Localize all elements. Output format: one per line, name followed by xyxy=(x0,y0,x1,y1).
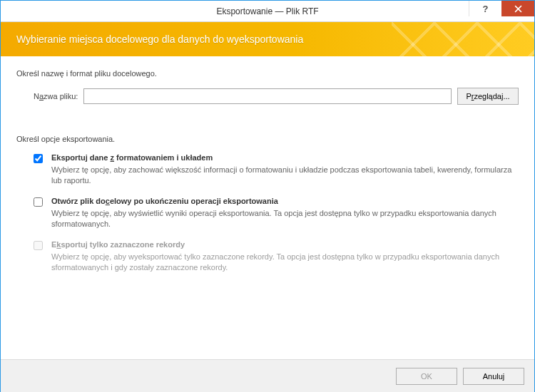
browse-button[interactable]: Przeglądaj... xyxy=(457,88,519,105)
titlebar-buttons: ? xyxy=(469,1,534,22)
section-label-options: Określ opcje eksportowania. xyxy=(16,135,519,143)
file-name-input[interactable] xyxy=(83,88,452,104)
close-icon xyxy=(514,5,522,13)
close-button[interactable] xyxy=(501,1,534,16)
option-title: Eksportuj dane z formatowaniem i układem xyxy=(51,153,519,162)
export-options: Eksportuj dane z formatowaniem i układem… xyxy=(16,153,519,273)
option-open-after-export: Otwórz plik docelowy po ukończeniu opera… xyxy=(34,197,519,230)
option-desc: Wybierz tę opcję, aby zachować większość… xyxy=(51,165,519,187)
option-export-selected: Eksportuj tylko zaznaczone rekordy Wybie… xyxy=(34,240,519,274)
option-export-formatting-checkbox[interactable] xyxy=(34,154,43,163)
wizard-banner: Wybieranie miejsca docelowego dla danych… xyxy=(1,22,534,56)
option-open-after-export-checkbox[interactable] xyxy=(34,197,43,207)
banner-text: Wybieranie miejsca docelowego dla danych… xyxy=(16,33,303,45)
content-area: Określ nazwę i format pliku docelowego. … xyxy=(1,56,534,273)
file-row: Nazwa pliku: Przeglądaj... xyxy=(16,88,519,105)
option-export-selected-checkbox xyxy=(34,241,43,250)
dialog-footer: OK Anuluj xyxy=(1,359,534,392)
ok-button: OK xyxy=(396,368,457,385)
title-bar: Eksportowanie — Plik RTF ? xyxy=(1,1,534,22)
section-label-destination: Określ nazwę i format pliku docelowego. xyxy=(16,69,519,78)
option-export-formatting: Eksportuj dane z formatowaniem i układem… xyxy=(34,153,519,187)
file-name-label: Nazwa pliku: xyxy=(34,92,78,100)
cancel-button[interactable]: Anuluj xyxy=(463,368,524,385)
window-title: Eksportowanie — Plik RTF xyxy=(1,6,534,16)
help-button[interactable]: ? xyxy=(469,1,501,16)
option-title: Eksportuj tylko zaznaczone rekordy xyxy=(51,240,519,249)
option-title: Otwórz plik docelowy po ukończeniu opera… xyxy=(51,197,519,205)
option-desc: Wybierz tę opcję, aby wyeksportować tylk… xyxy=(51,252,519,274)
option-desc: Wybierz tę opcję, aby wyświetlić wyniki … xyxy=(51,208,519,230)
